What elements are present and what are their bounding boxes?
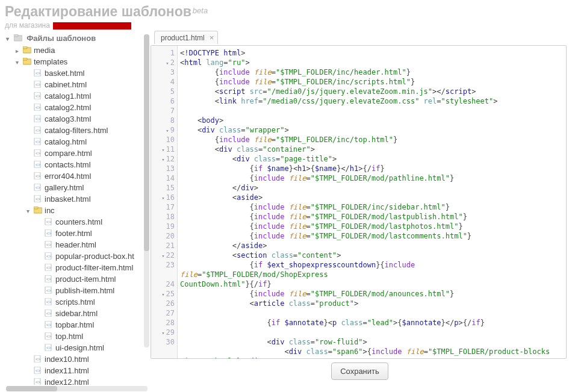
store-name-redacted (53, 22, 131, 30)
tree-file[interactable]: ▸<>basket.html (26, 68, 151, 79)
code-line[interactable]: {include file="$TMPL_FOLDER/inc/sidebar.… (180, 202, 564, 212)
tree-file[interactable]: ▸<>topbar.html (37, 320, 151, 331)
fold-icon[interactable]: ▾ (163, 126, 169, 135)
code-line[interactable]: <body> (180, 116, 564, 125)
tree-file[interactable]: ▸<>product-filter-item.html (37, 263, 151, 274)
fold-icon[interactable]: ▾ (159, 155, 165, 164)
tree-item-label: sidebar.html (55, 309, 98, 318)
tree-file[interactable]: ▸<>counters.html (37, 217, 151, 228)
code-line[interactable]: {include file="$TMPL_FOLDER/mod/anounces… (180, 289, 564, 299)
tree-folder[interactable]: ▾inc (26, 205, 151, 217)
svg-text:<>: <> (46, 311, 51, 316)
line-number: ▾29 (151, 328, 177, 337)
page-title: Редактирование шаблонов (5, 4, 191, 19)
collapse-icon[interactable]: ▾ (26, 206, 33, 217)
code-line[interactable]: {include file="$TMPL_FOLDER/mod/lastcomm… (180, 231, 564, 241)
code-line[interactable]: <div class="container"> (180, 145, 564, 154)
line-number: 26 (151, 299, 177, 308)
tree-file[interactable]: ▸<>error404.html (26, 171, 151, 182)
code-line[interactable] (180, 106, 564, 116)
tree-item-label: topbar.html (55, 320, 94, 329)
tree-file[interactable]: ▸<>compare.html (26, 148, 151, 160)
code-line[interactable]: {include file="$TMPL_FOLDER/inc/scripts.… (180, 77, 564, 87)
code-line[interactable]: </div> (180, 183, 564, 193)
tree-file[interactable]: ▸<>popular-product-box.ht (37, 251, 151, 263)
tree-file[interactable]: ▸<>product-item.html (37, 274, 151, 285)
tree-file[interactable]: ▸<>index10.html (26, 354, 151, 366)
line-number: ▾11 (151, 145, 177, 154)
code-line[interactable]: </aside> (180, 241, 564, 250)
tree-file[interactable]: ▸<>catalog1.html (26, 91, 151, 102)
tree-file[interactable]: ▸<>gallery.html (26, 182, 151, 194)
code-line[interactable]: {if $annotate}<p class="lead">{$annotate… (180, 318, 564, 328)
tree-file[interactable]: ▸<>contacts.html (26, 160, 151, 171)
code-line[interactable]: {include file="$TMPL_FOLDER/mod/lastphot… (180, 222, 564, 231)
code-line[interactable]: {include file="$TMPL_FOLDER/inc/header.h… (180, 67, 564, 77)
fold-icon[interactable]: ▾ (159, 290, 165, 299)
tree-file[interactable]: ▸<>catalog-filters.html (26, 125, 151, 137)
html-file-icon: <> (34, 149, 42, 157)
sidebar-vscroll[interactable] (144, 34, 149, 347)
code-line[interactable]: <article class="product"> (180, 299, 564, 308)
folder-icon (34, 207, 42, 214)
code-line[interactable] (180, 328, 564, 337)
code-editor[interactable]: 1▾2345678▾910▾11▾12131415▾161718192021▾2… (151, 45, 567, 359)
code-line[interactable]: {include file="$TMPL_FOLDER/mod/pathline… (180, 173, 564, 183)
sidebar-hscroll[interactable] (6, 386, 148, 391)
collapse-icon[interactable]: ▾ (16, 57, 22, 68)
code-line[interactable]: <link href="/media0/css/jquery.elevateZo… (180, 96, 564, 106)
tree-folder[interactable]: ▾templates (16, 57, 151, 68)
tree-root[interactable]: ▾ Файлы шаблонов (2, 32, 151, 45)
tree-file[interactable]: ▸<>inbasket.html (26, 194, 151, 205)
tree-file[interactable]: ▸<>sidebar.html (37, 308, 151, 320)
tree-folder[interactable]: ▸media (16, 45, 151, 57)
line-number: 17 (151, 202, 177, 212)
code-line[interactable]: {include file="$TMPL_FOLDER/inc/top.html… (180, 135, 564, 145)
tree-file[interactable]: ▸<>ui-design.html (37, 343, 151, 354)
subhead-prefix: для магазина (5, 21, 52, 30)
tree-file[interactable]: ▸<>index12.html (26, 377, 151, 385)
scroll-thumb[interactable] (144, 34, 149, 251)
code-line[interactable]: <aside> (180, 193, 564, 202)
code-line[interactable]: {if $name}<h1>{$name}</h1>{/if} (180, 164, 564, 173)
code-line[interactable] (180, 308, 564, 318)
close-icon[interactable]: × (210, 33, 214, 42)
html-file-icon: <> (45, 229, 53, 237)
fold-icon[interactable]: ▾ (159, 328, 165, 338)
line-number: 14 (151, 173, 177, 183)
tree-file[interactable]: ▸<>cabinet.html (26, 79, 151, 91)
code-line[interactable]: <section class="content"> (180, 250, 564, 260)
code-area[interactable]: <!DOCTYPE html><html lang="ru"> {include… (178, 46, 566, 358)
svg-text:<>: <> (46, 277, 51, 281)
tree-file[interactable]: ▸<>index11.html (26, 366, 151, 377)
tree-file[interactable]: ▸<>footer.html (37, 228, 151, 240)
save-button[interactable]: Сохранить (331, 362, 388, 380)
tab-product1[interactable]: product1.html × (154, 31, 218, 44)
tree-file[interactable]: ▸<>publish-item.html (37, 285, 151, 297)
expand-icon[interactable]: ▸ (16, 46, 22, 57)
code-line[interactable]: {include file="$TMPL_FOLDER/mod/lastpubl… (180, 212, 564, 222)
code-line[interactable]: <div class="row-fluid"> (180, 337, 564, 347)
tree-file[interactable]: ▸<>scripts.html (37, 297, 151, 308)
tree-item-label: error404.html (45, 172, 91, 181)
fold-icon[interactable]: ▾ (159, 145, 165, 155)
code-line[interactable]: <div class="span6">{include file="$TMPL_… (180, 347, 564, 358)
collapse-icon[interactable]: ▾ (6, 36, 11, 42)
code-line[interactable]: <div class="page-title"> (180, 154, 564, 164)
tree-file[interactable]: ▸<>catalog2.html (26, 102, 151, 114)
code-line[interactable]: <html lang="ru"> (180, 58, 564, 67)
tree-file[interactable]: ▸<>catalog3.html (26, 114, 151, 125)
fold-icon[interactable]: ▾ (163, 58, 169, 68)
code-line[interactable]: <!DOCTYPE html> (180, 48, 564, 58)
fold-icon[interactable]: ▾ (159, 193, 165, 203)
code-line[interactable]: {if $ext_shopexpresscountdown}{include f… (180, 260, 564, 289)
fold-icon[interactable]: ▾ (159, 251, 165, 261)
tree-file[interactable]: ▸<>catalog.html (26, 137, 151, 148)
code-line[interactable]: <div class="wrapper"> (180, 125, 564, 135)
scroll-thumb[interactable] (6, 386, 57, 391)
tree-file[interactable]: ▸<>header.html (37, 240, 151, 251)
subhead: для магазина (5, 21, 564, 30)
code-line[interactable]: <script src="/media0/js/jquery.elevateZo… (180, 87, 564, 96)
tree-file[interactable]: ▸<>top.html (37, 331, 151, 343)
line-number: 13 (151, 164, 177, 173)
